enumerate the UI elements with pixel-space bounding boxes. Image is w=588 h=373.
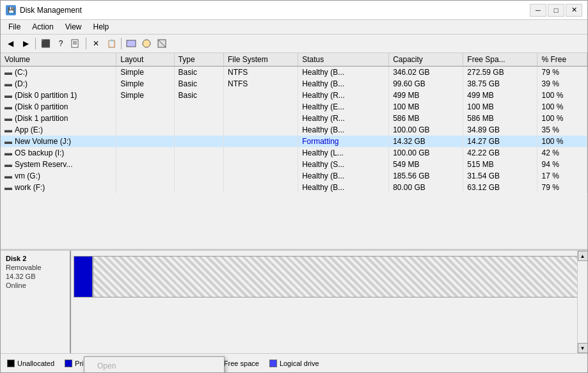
disk2-type: Removable [6, 264, 65, 271]
minimize-button[interactable]: ─ [530, 4, 546, 17]
partition-formatting[interactable] [74, 257, 93, 297]
disk-btn[interactable]: ⬛ [38, 36, 52, 51]
svg-rect-4 [127, 40, 136, 47]
menu-action[interactable]: Action [27, 21, 58, 33]
table-row[interactable]: ▬ (Disk 1 partition Healthy (R... 586 MB… [1, 113, 587, 124]
svg-rect-0 [72, 40, 78, 47]
tool3-btn[interactable] [155, 36, 169, 51]
window-title: Disk Management [20, 6, 82, 15]
toolbar-sep3 [121, 38, 122, 49]
main-window: 💾 Disk Management ─ □ ✕ File Action View… [0, 0, 588, 373]
menu-view[interactable]: View [60, 21, 87, 33]
window-controls: ─ □ ✕ [530, 4, 582, 17]
context-menu: Open Explore Mark Partition as Active Ch… [84, 356, 225, 372]
col-type[interactable]: Type [174, 53, 223, 67]
col-pctfree[interactable]: % Free [537, 53, 587, 67]
table-row[interactable]: ▬ System Reserv... Healthy (S... 549 MB … [1, 159, 587, 170]
table-row[interactable]: ▬ work (F:) Healthy (B... 80.00 GB 63.12… [1, 182, 587, 193]
ctx-open[interactable]: Open [84, 358, 224, 372]
table-row[interactable]: ▬ New Volume (J:) Formatting 14.32 GB 14… [1, 136, 587, 147]
table-row[interactable]: ▬ (C:) Simple Basic NTFS Healthy (B... 3… [1, 67, 587, 79]
table-row[interactable]: ▬ App (E:) Healthy (B... 100.00 GB 34.89… [1, 124, 587, 136]
table-row[interactable]: ▬ (D:) Simple Basic NTFS Healthy (B... 9… [1, 78, 587, 90]
delete-btn[interactable]: ✕ [89, 36, 103, 51]
partition-freespace[interactable] [93, 257, 584, 297]
table-row[interactable]: ▬ vm (G:) Healthy (B... 185.56 GB 31.54 … [1, 170, 587, 182]
toolbar-sep1 [35, 38, 36, 49]
legend-logical-label: Logical drive [280, 360, 319, 367]
tool2-btn[interactable] [139, 36, 154, 51]
scroll-down-arrow[interactable]: ▼ [578, 343, 588, 353]
col-capacity[interactable]: Capacity [389, 53, 463, 67]
menu-file[interactable]: File [3, 21, 26, 33]
main-content: Volume Layout Type File System Status Ca… [1, 53, 587, 372]
menu-help[interactable]: Help [88, 21, 115, 33]
col-fs[interactable]: File System [223, 53, 298, 67]
col-freespace[interactable]: Free Spa... [463, 53, 537, 67]
volume-table: Volume Layout Type File System Status Ca… [1, 53, 587, 193]
legend-logical-box [269, 360, 277, 367]
close-button[interactable]: ✕ [566, 4, 582, 17]
copy-btn[interactable]: 📋 [104, 36, 118, 51]
back-button[interactable]: ◀ [3, 36, 17, 51]
menu-bar: File Action View Help [1, 20, 587, 35]
col-volume[interactable]: Volume [1, 53, 116, 67]
legend-logical: Logical drive [269, 360, 319, 367]
forward-button[interactable]: ▶ [19, 36, 33, 51]
help-btn[interactable]: ? [54, 36, 68, 51]
app-icon: 💾 [6, 5, 16, 15]
svg-point-5 [143, 40, 150, 47]
toolbar: ◀ ▶ ⬛ ? ✕ 📋 [1, 35, 587, 53]
table-row[interactable]: ▬ OS backup (I:) Healthy (L... 100.00 GB… [1, 147, 587, 159]
table-row[interactable]: ▬ (Disk 0 partition 1) Simple Basic Heal… [1, 90, 587, 101]
disk-panel: Disk 2 Removable 14.32 GB Online ▲ [1, 251, 587, 353]
disk2-status: Online [6, 282, 65, 289]
legend-primary-box [65, 360, 72, 367]
volume-table-panel[interactable]: Volume Layout Type File System Status Ca… [1, 53, 587, 251]
legend-freespace-label: Free space [224, 360, 259, 367]
title-bar: 💾 Disk Management ─ □ ✕ [1, 1, 587, 20]
scroll-up-arrow[interactable]: ▲ [578, 251, 588, 261]
col-layout[interactable]: Layout [116, 53, 174, 67]
disk2-partitions [71, 251, 587, 353]
properties-btn[interactable] [69, 36, 83, 51]
legend-unallocated: Unallocated [7, 360, 54, 367]
legend-unallocated-box [7, 360, 15, 367]
legend-unallocated-label: Unallocated [17, 360, 54, 367]
tool1-btn[interactable] [124, 36, 138, 51]
disk2-size: 14.32 GB [6, 273, 65, 280]
disk2-row [74, 256, 585, 298]
disk2-label: Disk 2 Removable 14.32 GB Online [1, 251, 71, 353]
maximize-button[interactable]: □ [548, 4, 564, 17]
col-status[interactable]: Status [298, 53, 389, 67]
table-row[interactable]: ▬ (Disk 0 partition Healthy (E... 100 MB… [1, 101, 587, 113]
disk2-name: Disk 2 [6, 255, 65, 262]
title-bar-left: 💾 Disk Management [6, 5, 82, 15]
bottom-scrollbar[interactable]: ▲ ▼ [577, 251, 587, 353]
toolbar-sep2 [86, 38, 86, 49]
